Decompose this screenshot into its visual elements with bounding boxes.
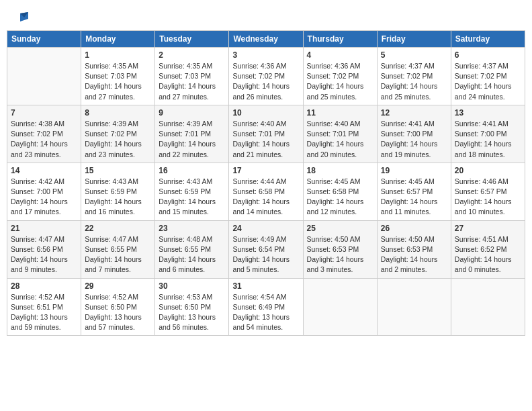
day-number: 19 [381,166,447,175]
col-header-monday: Monday [81,31,155,48]
cell-info: Sunrise: 4:42 AMSunset: 7:00 PMDaylight:… [11,177,77,218]
cell-info: Sunrise: 4:52 AMSunset: 6:50 PMDaylight:… [85,292,151,333]
week-row-4: 21Sunrise: 4:47 AMSunset: 6:56 PMDayligh… [7,220,525,278]
col-header-saturday: Saturday [451,31,525,48]
cell-info: Sunrise: 4:51 AMSunset: 6:52 PMDaylight:… [455,234,521,275]
day-number: 18 [307,166,373,175]
day-number: 20 [455,166,521,175]
day-number: 22 [85,224,151,233]
cell-info: Sunrise: 4:36 AMSunset: 7:02 PMDaylight:… [307,61,373,102]
calendar-cell: 27Sunrise: 4:51 AMSunset: 6:52 PMDayligh… [451,220,525,278]
page-header [7,7,525,26]
day-number: 8 [85,108,151,118]
cell-info: Sunrise: 4:37 AMSunset: 7:02 PMDaylight:… [381,61,447,102]
day-number: 5 [381,50,447,60]
cell-info: Sunrise: 4:48 AMSunset: 6:55 PMDaylight:… [159,234,225,275]
cell-info: Sunrise: 4:39 AMSunset: 7:02 PMDaylight:… [85,119,151,160]
day-number: 13 [455,108,521,118]
cell-info: Sunrise: 4:44 AMSunset: 6:58 PMDaylight:… [232,177,299,218]
day-number: 6 [455,50,521,60]
col-header-wednesday: Wednesday [229,31,303,48]
calendar-cell: 19Sunrise: 4:45 AMSunset: 6:57 PMDayligh… [377,163,451,220]
day-number: 23 [159,224,225,233]
cell-info: Sunrise: 4:38 AMSunset: 7:02 PMDaylight:… [11,119,77,160]
day-number: 10 [232,108,299,118]
week-row-5: 28Sunrise: 4:52 AMSunset: 6:51 PMDayligh… [7,278,525,336]
cell-info: Sunrise: 4:49 AMSunset: 6:54 PMDaylight:… [232,234,299,275]
calendar-cell: 30Sunrise: 4:53 AMSunset: 6:50 PMDayligh… [155,278,229,336]
col-header-sunday: Sunday [7,31,81,48]
cell-info: Sunrise: 4:52 AMSunset: 6:51 PMDaylight:… [11,292,77,333]
cell-info: Sunrise: 4:41 AMSunset: 7:00 PMDaylight:… [381,119,447,160]
cell-info: Sunrise: 4:35 AMSunset: 7:03 PMDaylight:… [159,61,225,102]
cell-info: Sunrise: 4:35 AMSunset: 7:03 PMDaylight:… [85,61,151,102]
calendar-cell: 3Sunrise: 4:36 AMSunset: 7:02 PMDaylight… [229,48,303,105]
calendar-cell [377,278,451,336]
day-number: 1 [85,50,151,60]
calendar-cell: 12Sunrise: 4:41 AMSunset: 7:00 PMDayligh… [377,105,451,163]
calendar-cell: 24Sunrise: 4:49 AMSunset: 6:54 PMDayligh… [229,220,303,278]
calendar-cell: 4Sunrise: 4:36 AMSunset: 7:02 PMDaylight… [303,48,377,105]
cell-info: Sunrise: 4:43 AMSunset: 6:59 PMDaylight:… [85,177,151,218]
cell-info: Sunrise: 4:50 AMSunset: 6:53 PMDaylight:… [307,234,373,275]
calendar-cell: 5Sunrise: 4:37 AMSunset: 7:02 PMDaylight… [377,48,451,105]
calendar-cell: 28Sunrise: 4:52 AMSunset: 6:51 PMDayligh… [7,278,81,336]
calendar-cell [303,278,377,336]
cell-info: Sunrise: 4:47 AMSunset: 6:55 PMDaylight:… [85,234,151,275]
logo-icon [13,12,28,23]
day-number: 3 [232,50,299,60]
col-header-tuesday: Tuesday [155,31,229,48]
day-number: 4 [307,50,373,60]
day-number: 9 [159,108,225,118]
calendar-cell: 1Sunrise: 4:35 AMSunset: 7:03 PMDaylight… [81,48,155,105]
calendar-cell: 2Sunrise: 4:35 AMSunset: 7:03 PMDaylight… [155,48,229,105]
calendar-cell: 23Sunrise: 4:48 AMSunset: 6:55 PMDayligh… [155,220,229,278]
day-number: 31 [232,281,299,291]
day-number: 25 [307,224,373,233]
calendar-header: SundayMondayTuesdayWednesdayThursdayFrid… [7,31,525,48]
calendar-cell [7,48,81,105]
calendar-cell: 26Sunrise: 4:50 AMSunset: 6:53 PMDayligh… [377,220,451,278]
cell-info: Sunrise: 4:45 AMSunset: 6:57 PMDaylight:… [381,177,447,218]
calendar-cell: 14Sunrise: 4:42 AMSunset: 7:00 PMDayligh… [7,163,81,220]
cell-info: Sunrise: 4:50 AMSunset: 6:53 PMDaylight:… [381,234,447,275]
day-number: 30 [159,281,225,291]
col-header-thursday: Thursday [303,31,377,48]
calendar-cell: 21Sunrise: 4:47 AMSunset: 6:56 PMDayligh… [7,220,81,278]
day-number: 15 [85,166,151,175]
calendar-cell: 13Sunrise: 4:41 AMSunset: 7:00 PMDayligh… [451,105,525,163]
calendar-cell: 7Sunrise: 4:38 AMSunset: 7:02 PMDaylight… [7,105,81,163]
calendar-cell: 29Sunrise: 4:52 AMSunset: 6:50 PMDayligh… [81,278,155,336]
week-row-3: 14Sunrise: 4:42 AMSunset: 7:00 PMDayligh… [7,163,525,220]
day-number: 7 [11,108,77,118]
cell-info: Sunrise: 4:40 AMSunset: 7:01 PMDaylight:… [232,119,299,160]
cell-info: Sunrise: 4:39 AMSunset: 7:01 PMDaylight:… [159,119,225,160]
cell-info: Sunrise: 4:54 AMSunset: 6:49 PMDaylight:… [232,292,299,333]
calendar-table: SundayMondayTuesdayWednesdayThursdayFrid… [7,30,525,336]
calendar-cell: 25Sunrise: 4:50 AMSunset: 6:53 PMDayligh… [303,220,377,278]
logo [12,9,28,24]
col-header-friday: Friday [377,31,451,48]
calendar-cell: 10Sunrise: 4:40 AMSunset: 7:01 PMDayligh… [229,105,303,163]
calendar-cell: 11Sunrise: 4:40 AMSunset: 7:01 PMDayligh… [303,105,377,163]
day-number: 11 [307,108,373,118]
cell-info: Sunrise: 4:37 AMSunset: 7:02 PMDaylight:… [455,61,521,102]
calendar-cell: 18Sunrise: 4:45 AMSunset: 6:58 PMDayligh… [303,163,377,220]
calendar-cell: 31Sunrise: 4:54 AMSunset: 6:49 PMDayligh… [229,278,303,336]
cell-info: Sunrise: 4:40 AMSunset: 7:01 PMDaylight:… [307,119,373,160]
day-number: 24 [232,224,299,233]
day-number: 26 [381,224,447,233]
calendar-cell: 22Sunrise: 4:47 AMSunset: 6:55 PMDayligh… [81,220,155,278]
day-number: 17 [232,166,299,175]
calendar-cell: 8Sunrise: 4:39 AMSunset: 7:02 PMDaylight… [81,105,155,163]
week-row-1: 1Sunrise: 4:35 AMSunset: 7:03 PMDaylight… [7,48,525,105]
day-number: 29 [85,281,151,291]
calendar-cell: 15Sunrise: 4:43 AMSunset: 6:59 PMDayligh… [81,163,155,220]
calendar-cell: 6Sunrise: 4:37 AMSunset: 7:02 PMDaylight… [451,48,525,105]
day-number: 27 [455,224,521,233]
cell-info: Sunrise: 4:36 AMSunset: 7:02 PMDaylight:… [232,61,299,102]
day-number: 14 [11,166,77,175]
calendar-cell: 17Sunrise: 4:44 AMSunset: 6:58 PMDayligh… [229,163,303,220]
calendar-cell [451,278,525,336]
day-number: 21 [11,224,77,233]
